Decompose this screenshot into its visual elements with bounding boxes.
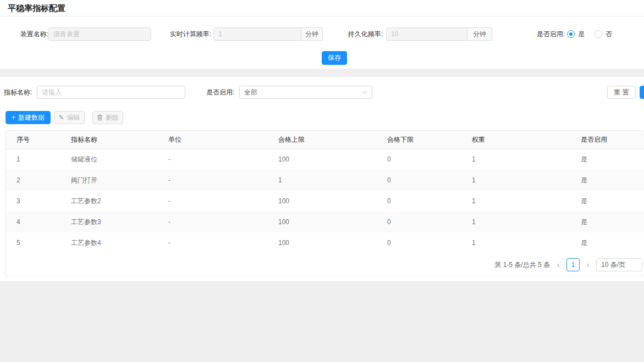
table-cell: 0 <box>378 149 463 170</box>
column-header: 权重 <box>463 131 572 149</box>
persist-frequency-label: 持久化频率: <box>337 27 383 41</box>
realtime-frequency-input[interactable] <box>213 27 301 41</box>
column-header: 是否启用 <box>572 131 644 149</box>
device-name-input[interactable] <box>48 27 151 41</box>
indicator-name-input[interactable] <box>37 86 185 99</box>
radio-yes-circle <box>567 30 575 38</box>
table-cell: 是 <box>572 170 644 191</box>
table-cell: 1 <box>463 232 572 253</box>
table-cell: 储罐液位 <box>62 149 159 170</box>
table-row[interactable]: 5工艺参数4-10001是 <box>5 232 644 253</box>
indicator-name-label: 指标名称: <box>4 86 32 99</box>
table-cell: 100 <box>269 191 378 211</box>
table-cell: 1 <box>463 211 572 232</box>
indicator-table: 序号指标名称单位合格上限合格下限权重是否启用 1储罐液位-10001是2阀门打开… <box>5 130 644 276</box>
column-header: 序号 <box>5 131 62 149</box>
table-cell: 工艺参数2 <box>62 191 159 211</box>
table-cell: 是 <box>572 211 644 232</box>
delete-label: 删除 <box>106 113 119 122</box>
pagination-bar: 第 1-5 条/总共 5 条 ‹ 1 › 10 条/页 <box>5 253 644 276</box>
table-cell: 1 <box>463 191 572 211</box>
column-header: 指标名称 <box>62 131 159 149</box>
table-cell: 1 <box>269 170 378 191</box>
table-cell: 是 <box>572 149 644 170</box>
table-row[interactable]: 1储罐液位-10001是 <box>5 149 644 170</box>
delete-button[interactable]: 删除 <box>92 111 123 124</box>
table-row[interactable]: 3工艺参数2-10001是 <box>5 191 644 211</box>
reset-button[interactable]: 重 置 <box>607 86 636 99</box>
config-card: 平稳率指标配置 装置名称: 实时计算频率: 分钟 持久化频率: 分钟 是否启用:… <box>0 0 644 69</box>
table-cell: 1 <box>463 149 572 170</box>
table-row[interactable]: 2阀门打开-101是 <box>5 170 644 191</box>
table-cell: 5 <box>5 232 62 253</box>
trash-icon <box>97 114 103 121</box>
table-cell: 0 <box>378 170 463 191</box>
enable-filter-value: 全部 <box>244 88 362 97</box>
radio-no-label: 否 <box>606 30 612 39</box>
table-cell: 阀门打开 <box>62 170 159 191</box>
column-header: 合格上限 <box>269 131 378 149</box>
persist-frequency-input[interactable] <box>386 27 467 41</box>
table-cell: 是 <box>572 232 644 253</box>
table-cell: 1 <box>5 149 62 170</box>
chevron-down-icon <box>362 90 367 95</box>
device-name-label: 装置名称: <box>4 27 48 41</box>
table-cell: 是 <box>572 191 644 211</box>
realtime-frequency-label: 实时计算频率: <box>165 27 211 41</box>
column-header: 合格下限 <box>378 131 463 149</box>
table-cell: 4 <box>5 211 62 232</box>
save-button[interactable]: 保存 <box>322 51 347 65</box>
table-cell: - <box>159 191 269 211</box>
table-cell: 0 <box>378 232 463 253</box>
prev-page-icon[interactable]: ‹ <box>554 258 562 271</box>
table-cell: 工艺参数4 <box>62 232 159 253</box>
edit-label: 编辑 <box>67 113 80 122</box>
query-button-cutoff[interactable] <box>640 86 644 99</box>
plus-icon: + <box>12 114 15 121</box>
table-cell: 100 <box>269 211 378 232</box>
table-cell: 0 <box>378 211 463 232</box>
indicator-card: 指标名称: 是否启用: 全部 重 置 + 新建数据 ✎ 编辑 删除 序号指标名称… <box>0 77 644 281</box>
current-page-button[interactable]: 1 <box>566 258 580 271</box>
table-cell: 1 <box>463 170 572 191</box>
radio-yes[interactable]: 是 <box>567 30 585 39</box>
enable-radio-group: 是 否 <box>567 27 612 41</box>
radio-no-circle <box>595 30 602 38</box>
table-cell: - <box>159 149 269 170</box>
edit-button[interactable]: ✎ 编辑 <box>54 111 85 124</box>
table-cell: 100 <box>269 149 378 170</box>
enable-filter-select[interactable]: 全部 <box>239 86 372 99</box>
realtime-unit-addon: 分钟 <box>301 27 323 41</box>
enable-toggle-label: 是否启用: <box>519 27 565 41</box>
page-size-select[interactable]: 10 条/页 <box>596 258 642 271</box>
new-data-button[interactable]: + 新建数据 <box>5 111 51 124</box>
column-header: 单位 <box>159 131 269 149</box>
page-title: 平稳率指标配置 <box>0 0 644 16</box>
table-cell: - <box>159 170 269 191</box>
table-cell: 工艺参数3 <box>62 211 159 232</box>
table-cell: - <box>159 232 269 253</box>
table-row[interactable]: 4工艺参数3-10001是 <box>5 211 644 232</box>
table-cell: 3 <box>5 191 62 211</box>
table-cell: - <box>159 211 269 232</box>
filter-enable-label: 是否启用: <box>206 86 234 99</box>
table-cell: 2 <box>5 170 62 191</box>
pencil-icon: ✎ <box>58 114 64 121</box>
radio-yes-label: 是 <box>578 30 585 39</box>
persist-unit-addon: 分钟 <box>467 27 492 41</box>
pagination-summary: 第 1-5 条/总共 5 条 <box>494 260 550 270</box>
new-data-label: 新建数据 <box>18 113 45 122</box>
table-cell: 0 <box>378 191 463 211</box>
table-cell: 100 <box>269 232 378 253</box>
table-header-row: 序号指标名称单位合格上限合格下限权重是否启用 <box>5 131 644 149</box>
radio-no[interactable]: 否 <box>595 30 612 39</box>
next-page-icon[interactable]: › <box>584 258 592 271</box>
